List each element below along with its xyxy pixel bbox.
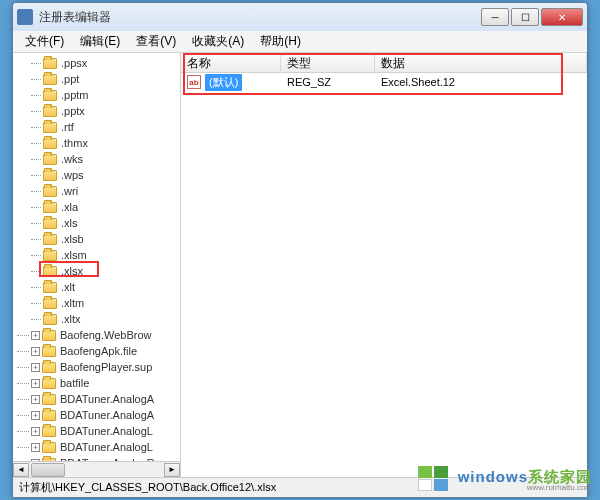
tree-label: .pptm bbox=[61, 89, 89, 101]
tree-item-xlt[interactable]: .xlt bbox=[13, 279, 180, 295]
tree-item-BDATunerAnalogA[interactable]: +BDATuner.AnalogA bbox=[13, 407, 180, 423]
expander-icon[interactable]: + bbox=[31, 331, 40, 340]
tree-label: Baofeng.WebBrow bbox=[60, 329, 152, 341]
expander-icon[interactable]: + bbox=[31, 443, 40, 452]
tree-item-xltm[interactable]: .xltm bbox=[13, 295, 180, 311]
menu-view[interactable]: 查看(V) bbox=[128, 31, 184, 52]
minimize-button[interactable]: ─ bbox=[481, 8, 509, 26]
value-name: (默认) bbox=[205, 74, 242, 91]
menu-edit[interactable]: 编辑(E) bbox=[72, 31, 128, 52]
expander-icon[interactable]: + bbox=[31, 427, 40, 436]
value-list-pane[interactable]: 名称 类型 数据 ab(默认)REG_SZExcel.Sheet.12 bbox=[181, 53, 587, 477]
value-data: Excel.Sheet.12 bbox=[375, 76, 587, 88]
list-row[interactable]: ab(默认)REG_SZExcel.Sheet.12 bbox=[181, 73, 587, 91]
window-title: 注册表编辑器 bbox=[39, 9, 481, 26]
tree-item-pptm[interactable]: .pptm bbox=[13, 87, 180, 103]
expander-icon[interactable]: + bbox=[31, 347, 40, 356]
folder-icon bbox=[42, 378, 56, 389]
tree-item-BaofengWebBrow[interactable]: +Baofeng.WebBrow bbox=[13, 327, 180, 343]
folder-icon bbox=[42, 442, 56, 453]
scroll-left-icon[interactable]: ◄ bbox=[13, 463, 29, 477]
folder-icon bbox=[42, 426, 56, 437]
tree-item-wps[interactable]: .wps bbox=[13, 167, 180, 183]
tree-item-xlsx[interactable]: .xlsx bbox=[13, 263, 180, 279]
tree-pane[interactable]: .ppsx.ppt.pptm.pptx.rtf.thmx.wks.wps.wri… bbox=[13, 53, 181, 477]
close-button[interactable]: ✕ bbox=[541, 8, 583, 26]
tree-item-pptx[interactable]: .pptx bbox=[13, 103, 180, 119]
tree-item-ppsx[interactable]: .ppsx bbox=[13, 55, 180, 71]
tree-label: BDATuner.AnalogA bbox=[60, 409, 154, 421]
folder-icon bbox=[43, 266, 57, 277]
tree-label: .xlt bbox=[61, 281, 75, 293]
column-header-name[interactable]: 名称 bbox=[181, 53, 281, 72]
tree-label: .wri bbox=[61, 185, 78, 197]
tree-label: BDATuner.AnalogL bbox=[60, 425, 153, 437]
value-type: REG_SZ bbox=[281, 76, 375, 88]
column-header-type[interactable]: 类型 bbox=[281, 53, 375, 72]
tree-item-BDATunerAnalogL[interactable]: +BDATuner.AnalogL bbox=[13, 439, 180, 455]
menu-help[interactable]: 帮助(H) bbox=[252, 31, 309, 52]
folder-icon bbox=[43, 202, 57, 213]
tree-item-BDATunerAnalogA[interactable]: +BDATuner.AnalogA bbox=[13, 391, 180, 407]
tree-horizontal-scrollbar[interactable]: ◄ ► bbox=[13, 461, 180, 477]
registry-editor-window: 注册表编辑器 ─ ☐ ✕ 文件(F) 编辑(E) 查看(V) 收藏夹(A) 帮助… bbox=[12, 2, 588, 498]
scroll-thumb[interactable] bbox=[31, 463, 65, 477]
folder-icon bbox=[43, 106, 57, 117]
tree-item-batfile[interactable]: +batfile bbox=[13, 375, 180, 391]
tree-item-xltx[interactable]: .xltx bbox=[13, 311, 180, 327]
tree-item-rtf[interactable]: .rtf bbox=[13, 119, 180, 135]
list-header: 名称 类型 数据 bbox=[181, 53, 587, 73]
tree-item-BaofengApkfile[interactable]: +BaofengApk.file bbox=[13, 343, 180, 359]
tree-item-wri[interactable]: .wri bbox=[13, 183, 180, 199]
app-icon bbox=[17, 9, 33, 25]
folder-icon bbox=[43, 138, 57, 149]
tree-item-xls[interactable]: .xls bbox=[13, 215, 180, 231]
tree-label: .wks bbox=[61, 153, 83, 165]
folder-icon bbox=[43, 74, 57, 85]
expander-icon[interactable]: + bbox=[31, 379, 40, 388]
scroll-right-icon[interactable]: ► bbox=[164, 463, 180, 477]
folder-icon bbox=[42, 394, 56, 405]
folder-icon bbox=[43, 170, 57, 181]
tree-label: .pptx bbox=[61, 105, 85, 117]
tree-item-xlsb[interactable]: .xlsb bbox=[13, 231, 180, 247]
tree-label: .xlsx bbox=[61, 265, 83, 277]
folder-icon bbox=[43, 250, 57, 261]
folder-icon bbox=[43, 58, 57, 69]
folder-icon bbox=[43, 186, 57, 197]
tree-item-BDATunerAnalogL[interactable]: +BDATuner.AnalogL bbox=[13, 423, 180, 439]
tree-label: .wps bbox=[61, 169, 84, 181]
folder-icon bbox=[43, 282, 57, 293]
folder-icon bbox=[43, 218, 57, 229]
string-value-icon: ab bbox=[187, 75, 201, 89]
tree-label: .ppsx bbox=[61, 57, 87, 69]
maximize-button[interactable]: ☐ bbox=[511, 8, 539, 26]
watermark-logo-icon bbox=[418, 466, 452, 494]
tree-item-xlsm[interactable]: .xlsm bbox=[13, 247, 180, 263]
menu-file[interactable]: 文件(F) bbox=[17, 31, 72, 52]
tree-label: .xlsb bbox=[61, 233, 84, 245]
menu-favorites[interactable]: 收藏夹(A) bbox=[184, 31, 252, 52]
expander-icon[interactable]: + bbox=[31, 395, 40, 404]
tree-item-xla[interactable]: .xla bbox=[13, 199, 180, 215]
tree-label: .xlsm bbox=[61, 249, 87, 261]
tree-item-wks[interactable]: .wks bbox=[13, 151, 180, 167]
folder-icon bbox=[43, 314, 57, 325]
tree-item-thmx[interactable]: .thmx bbox=[13, 135, 180, 151]
watermark: windows系统家园 www.ruirhaitu.com bbox=[418, 466, 592, 494]
titlebar[interactable]: 注册表编辑器 ─ ☐ ✕ bbox=[13, 3, 587, 31]
tree-label: .xltx bbox=[61, 313, 81, 325]
column-header-data[interactable]: 数据 bbox=[375, 53, 587, 72]
folder-icon bbox=[43, 154, 57, 165]
tree-label: .ppt bbox=[61, 73, 79, 85]
expander-icon[interactable]: + bbox=[31, 363, 40, 372]
tree-item-BaofengPlayersup[interactable]: +BaofengPlayer.sup bbox=[13, 359, 180, 375]
tree-label: .rtf bbox=[61, 121, 74, 133]
expander-icon[interactable]: + bbox=[31, 411, 40, 420]
tree-label: BDATuner.AnalogL bbox=[60, 441, 153, 453]
status-path: 计算机\HKEY_CLASSES_ROOT\Back.Office12\.xls… bbox=[19, 480, 276, 495]
tree-label: .xla bbox=[61, 201, 78, 213]
tree-label: BaofengApk.file bbox=[60, 345, 137, 357]
tree-item-ppt[interactable]: .ppt bbox=[13, 71, 180, 87]
folder-icon bbox=[42, 346, 56, 357]
